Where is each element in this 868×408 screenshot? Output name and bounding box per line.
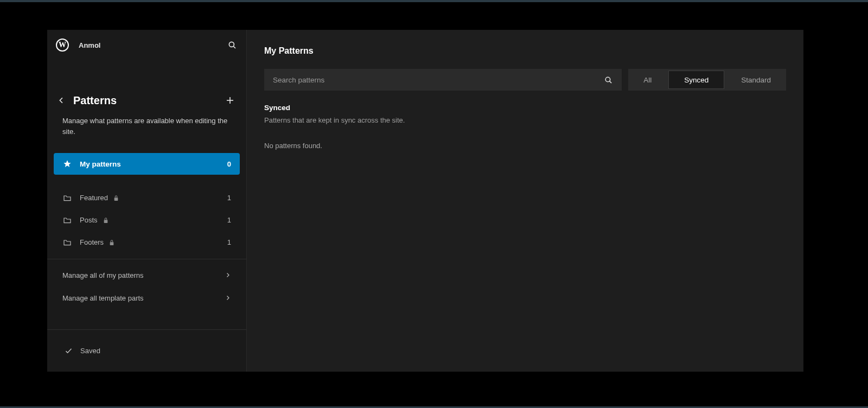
manage-all-template-parts-link[interactable]: Manage all template parts — [54, 286, 240, 309]
svg-line-9 — [610, 81, 612, 83]
section-heading: Synced — [264, 104, 786, 112]
search-icon — [604, 75, 613, 85]
filter-standard-button[interactable]: Standard — [726, 69, 786, 91]
sidebar-item-count: 0 — [227, 160, 231, 168]
star-icon — [62, 160, 72, 168]
manage-item-label: Manage all template parts — [62, 294, 144, 302]
wordpress-logo-icon[interactable]: W — [56, 39, 69, 52]
svg-point-8 — [605, 77, 610, 82]
window-top-border — [0, 0, 868, 2]
sidebar-item-count: 1 — [227, 216, 231, 224]
folder-icon — [62, 194, 72, 202]
panel-title: Patterns — [73, 94, 117, 107]
svg-point-0 — [229, 42, 234, 47]
sidebar-header: W Anmol — [47, 30, 246, 60]
svg-rect-6 — [104, 220, 107, 223]
folder-list: Featured 1 Posts 1 Foote — [47, 187, 246, 253]
add-pattern-button[interactable] — [222, 93, 238, 108]
folder-icon — [62, 216, 72, 224]
chevron-right-icon — [225, 272, 231, 278]
sidebar-item-featured[interactable]: Featured 1 — [54, 187, 240, 209]
search-box[interactable] — [264, 69, 622, 91]
search-icon — [227, 40, 237, 50]
manage-all-patterns-link[interactable]: Manage all of my patterns — [54, 264, 240, 286]
site-name[interactable]: Anmol — [79, 41, 100, 49]
sidebar-footer: Saved — [47, 329, 246, 372]
chevron-right-icon — [225, 295, 231, 301]
sidebar-item-footers[interactable]: Footers 1 — [54, 231, 240, 253]
plus-icon — [225, 95, 235, 105]
sync-filter-toggle: All Synced Standard — [628, 69, 786, 91]
empty-state-message: No patterns found. — [264, 142, 786, 150]
check-icon — [65, 347, 73, 355]
panel-description: Manage what patterns are available when … — [47, 108, 246, 137]
filter-all-button[interactable]: All — [628, 69, 667, 91]
lock-icon — [109, 239, 114, 246]
back-button[interactable] — [54, 93, 69, 108]
panel-title-row: Patterns — [47, 93, 246, 108]
sidebar-item-count: 1 — [227, 238, 231, 246]
sidebar-item-label: My patterns — [80, 160, 121, 168]
open-command-palette-button[interactable] — [227, 40, 238, 50]
chevron-left-icon — [57, 96, 66, 105]
section-description: Patterns that are kept in sync across th… — [264, 116, 786, 124]
sidebar-item-label: Posts — [80, 216, 98, 224]
page-title: My Patterns — [264, 46, 786, 56]
sidebar-item-posts[interactable]: Posts 1 — [54, 209, 240, 231]
sidebar-item-my-patterns[interactable]: My patterns 0 — [54, 153, 240, 175]
lock-icon — [103, 217, 108, 224]
main-content: My Patterns All Synced Standard Synced P… — [247, 30, 803, 372]
nav-list: My patterns 0 — [47, 153, 246, 175]
saved-status-label: Saved — [80, 347, 100, 355]
toolbar: All Synced Standard — [264, 69, 786, 91]
svg-marker-4 — [63, 160, 71, 167]
search-input[interactable] — [273, 76, 604, 84]
filter-synced-button[interactable]: Synced — [668, 71, 724, 89]
sidebar-item-label: Footers — [80, 238, 104, 246]
sidebar: W Anmol Patterns Manage what patterns ar… — [47, 30, 247, 372]
sidebar-item-count: 1 — [227, 194, 231, 202]
lock-icon — [113, 195, 119, 201]
folder-icon — [62, 239, 72, 246]
manage-list: Manage all of my patterns Manage all tem… — [47, 259, 246, 314]
sidebar-item-label: Featured — [80, 194, 108, 202]
svg-rect-5 — [114, 197, 118, 201]
manage-item-label: Manage all of my patterns — [62, 271, 144, 279]
app-frame: W Anmol Patterns Manage what patterns ar… — [47, 30, 803, 372]
svg-rect-7 — [110, 242, 114, 245]
svg-line-1 — [233, 46, 235, 48]
